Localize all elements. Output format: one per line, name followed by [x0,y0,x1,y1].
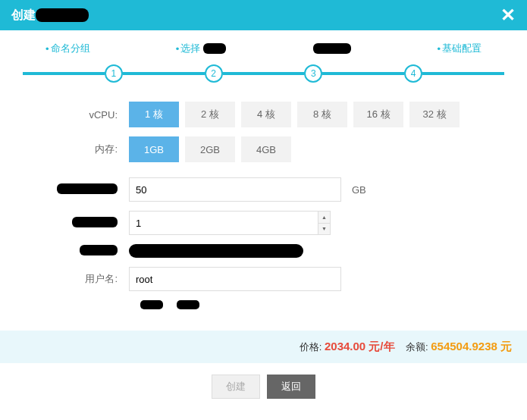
step-circle-1[interactable]: 1 [105,64,123,83]
price-label: 价格: [300,341,322,353]
count-input[interactable] [129,211,318,235]
step-label-4[interactable]: •基础配置 [437,42,482,55]
label-username: 用户名: [30,272,129,286]
step-label-1[interactable]: •命名分组 [45,42,90,55]
redacted-step3 [313,43,351,54]
disk-unit: GB [352,184,366,196]
username-input[interactable] [129,267,341,291]
dialog-header: 创建 ✕ [0,0,527,30]
back-button[interactable]: 返回 [267,375,315,399]
memory-options: 1GB 2GB 4GB [129,136,497,162]
title-prefix: 创建 [11,8,36,21]
row-memory: 内存: 1GB 2GB 4GB [30,136,497,162]
redacted-content [129,244,303,258]
footer-actions: 创建 返回 [0,363,527,414]
step-circle-3[interactable]: 3 [304,64,322,83]
close-icon[interactable]: ✕ [500,5,516,26]
vcpu-option-32[interactable]: 32 核 [409,102,460,127]
redacted-title [36,8,89,22]
redacted-step2 [203,43,226,54]
row-disk: GB [30,177,497,202]
vcpu-option-16[interactable]: 16 核 [353,102,403,127]
label-disk [30,183,129,196]
step-label-2[interactable]: •选择 [176,42,227,55]
label-count [30,217,129,230]
count-down-icon[interactable]: ▼ [318,224,330,235]
count-up-icon[interactable]: ▲ [318,212,330,224]
balance-value: 654504.9238 元 [431,340,512,353]
price-bar: 价格: 2034.00 元/年 余额: 654504.9238 元 [0,331,527,363]
price-value: 2034.00 元/年 [325,340,395,353]
vcpu-option-8[interactable]: 8 核 [297,102,347,127]
vcpu-option-1[interactable]: 1 核 [129,102,179,127]
step-label-3[interactable] [312,42,351,55]
row-count: ▲ ▼ [30,211,497,235]
label-memory: 内存: [30,143,129,156]
balance-label: 余额: [406,341,428,353]
vcpu-option-2[interactable]: 2 核 [185,102,235,127]
vcpu-options: 1 核 2 核 4 核 8 核 16 核 32 核 [129,102,497,127]
memory-option-1gb[interactable]: 1GB [129,136,179,162]
row-vcpu: vCPU: 1 核 2 核 4 核 8 核 16 核 32 核 [30,102,497,127]
step-circle-2[interactable]: 2 [205,64,223,83]
step-labels: •命名分组 •选择 •基础配置 [23,42,504,55]
dialog-title: 创建 [11,8,89,24]
vcpu-option-4[interactable]: 4 核 [241,102,291,127]
step-circle-4[interactable]: 4 [404,64,422,83]
disk-size-input[interactable] [129,177,341,202]
create-button[interactable]: 创建 [212,375,260,399]
row-redacted [30,244,497,258]
label-vcpu: vCPU: [30,109,129,121]
wizard-steps: •命名分组 •选择 •基础配置 1 2 3 4 [0,30,527,90]
row-username: 用户名: [30,267,497,291]
memory-option-4gb[interactable]: 4GB [241,136,291,162]
config-form: vCPU: 1 核 2 核 4 核 8 核 16 核 32 核 内存: 1GB … [0,90,527,324]
memory-option-2gb[interactable]: 2GB [185,136,235,162]
count-spinner: ▲ ▼ [129,211,331,235]
step-progress: 1 2 3 4 [23,64,504,83]
row-subredact [140,300,497,309]
